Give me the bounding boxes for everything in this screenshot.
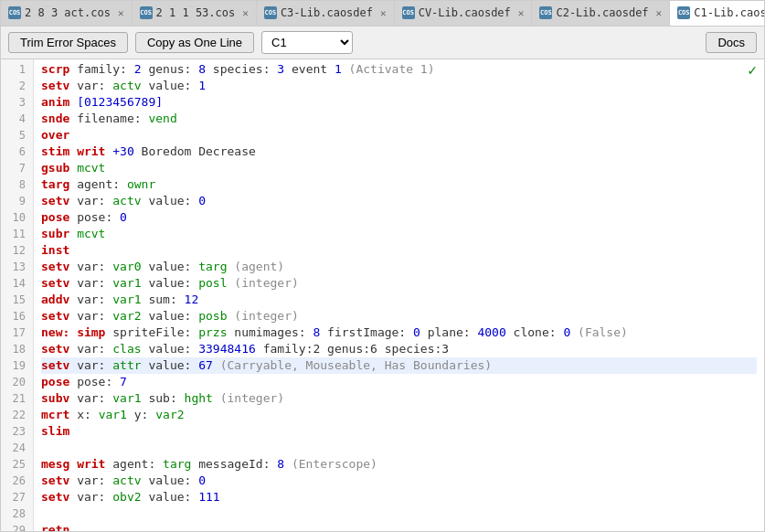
- code-line-22: mcrt x: var1 y: var2: [41, 407, 757, 423]
- line-number-9: 9: [8, 193, 26, 209]
- line-number-3: 3: [8, 94, 26, 111]
- checkmark-icon: ✓: [748, 61, 757, 79]
- code-line-7: gsub mcvt: [41, 160, 757, 176]
- code-line-1: scrp family: 2 genus: 8 species: 3 event…: [41, 61, 757, 78]
- tab-icon: COS: [140, 6, 153, 19]
- line-number-6: 6: [8, 144, 26, 160]
- line-number-19: 19: [8, 357, 26, 374]
- tab-tab4[interactable]: COSCV-Lib.caosdef✕: [395, 1, 533, 26]
- app-container: COS2 8 3 act.cos✕COS2 1 1 53.cos✕COSC3-L…: [0, 0, 765, 532]
- tab-icon: COS: [402, 6, 415, 19]
- tab-close[interactable]: ✕: [518, 7, 525, 19]
- code-line-23: slim: [41, 423, 757, 440]
- line-number-14: 14: [8, 275, 26, 292]
- line-number-4: 4: [8, 111, 26, 127]
- line-number-10: 10: [8, 209, 26, 226]
- code-line-5: over: [41, 127, 757, 144]
- line-number-1: 1: [8, 61, 26, 78]
- tab-tab5[interactable]: COSC2-Lib.caosdef✕: [532, 1, 670, 26]
- tab-tab2[interactable]: COS2 1 1 53.cos✕: [133, 1, 257, 26]
- code-line-29: retn: [41, 522, 757, 531]
- code-line-13: setv var: var0 value: targ (agent): [41, 259, 757, 275]
- dialect-select[interactable]: C1C2C3CV: [261, 31, 353, 54]
- tab-label: C3-Lib.caosdef: [281, 6, 373, 19]
- code-line-12: inst: [41, 242, 757, 259]
- code-line-14: setv var: var1 value: posl (integer): [41, 275, 757, 292]
- code-line-16: setv var: var2 value: posb (integer): [41, 308, 757, 325]
- line-number-17: 17: [8, 325, 26, 341]
- code-line-8: targ agent: ownr: [41, 176, 757, 193]
- code-line-15: addv var: var1 sum: 12: [41, 292, 757, 308]
- code-line-11: subr mcvt: [41, 226, 757, 242]
- tab-icon: COS: [539, 6, 552, 19]
- tab-label: CV-Lib.caosdef: [419, 6, 511, 19]
- line-number-23: 23: [8, 423, 26, 440]
- tab-close[interactable]: ✕: [118, 7, 124, 19]
- tab-bar: COS2 8 3 act.cos✕COS2 1 1 53.cos✕COSC3-L…: [1, 1, 764, 27]
- line-number-16: 16: [8, 308, 26, 325]
- code-line-6: stim writ +30 Boredom Decrease: [41, 144, 757, 160]
- code-line-21: subv var: var1 sub: hght (integer): [41, 390, 757, 407]
- copy-as-one-line-button[interactable]: Copy as One Line: [135, 32, 254, 53]
- tab-label: C2-Lib.caosdef: [556, 6, 648, 19]
- code-line-26: setv var: actv value: 0: [41, 473, 757, 489]
- code-line-9: setv var: actv value: 0: [41, 193, 757, 209]
- line-number-20: 20: [8, 374, 26, 390]
- code-line-28: [41, 505, 757, 522]
- tab-tab1[interactable]: COS2 8 3 act.cos✕: [1, 1, 133, 26]
- line-number-13: 13: [8, 259, 26, 275]
- code-line-2: setv var: actv value: 1: [41, 78, 757, 94]
- tab-label: C1-Lib.caosdef: [694, 6, 764, 19]
- line-number-2: 2: [8, 78, 26, 94]
- code-line-20: pose pose: 7: [41, 374, 757, 390]
- code-line-24: [41, 440, 757, 456]
- tab-label: 2 8 3 act.cos: [25, 6, 111, 19]
- code-lines: ✓ scrp family: 2 genus: 8 species: 3 eve…: [34, 59, 764, 531]
- tab-close[interactable]: ✕: [380, 7, 387, 19]
- docs-button[interactable]: Docs: [706, 32, 757, 53]
- line-number-7: 7: [8, 160, 26, 176]
- code-line-19: setv var: attr value: 67 (Carryable, Mou…: [41, 357, 757, 374]
- line-number-18: 18: [8, 341, 26, 357]
- line-number-11: 11: [8, 226, 26, 242]
- code-line-25: mesg writ agent: targ messageId: 8 (Ente…: [41, 456, 757, 473]
- tab-close[interactable]: ✕: [242, 7, 249, 19]
- tab-tab3[interactable]: COSC3-Lib.caosdef✕: [257, 1, 395, 26]
- line-number-22: 22: [8, 407, 26, 423]
- line-number-21: 21: [8, 390, 26, 407]
- code-line-3: anim [0123456789]: [41, 94, 757, 111]
- line-number-15: 15: [8, 292, 26, 308]
- code-line-27: setv var: obv2 value: 111: [41, 489, 757, 505]
- line-number-27: 27: [8, 489, 26, 505]
- line-numbers: 1234567891011121314151617181920212223242…: [1, 59, 34, 531]
- code-line-18: setv var: clas value: 33948416 family:2 …: [41, 341, 757, 357]
- tab-icon: COS: [264, 6, 277, 19]
- line-number-12: 12: [8, 242, 26, 259]
- toolbar: Trim Error Spaces Copy as One Line C1C2C…: [1, 27, 764, 59]
- line-number-26: 26: [8, 473, 26, 489]
- line-number-24: 24: [8, 440, 26, 456]
- line-number-5: 5: [8, 127, 26, 144]
- line-number-28: 28: [8, 505, 26, 522]
- tab-icon: COS: [8, 6, 21, 19]
- tab-icon: COS: [677, 6, 690, 19]
- trim-error-spaces-button[interactable]: Trim Error Spaces: [8, 32, 128, 53]
- tab-close[interactable]: ✕: [656, 7, 663, 19]
- code-container: 1234567891011121314151617181920212223242…: [1, 59, 764, 531]
- code-line-17: new: simp spriteFile: przs numimages: 8 …: [41, 325, 757, 341]
- code-line-10: pose pose: 0: [41, 209, 757, 226]
- line-number-29: 29: [8, 522, 26, 531]
- code-line-4: snde filename: vend: [41, 111, 757, 127]
- tab-label: 2 1 1 53.cos: [156, 6, 236, 19]
- line-number-25: 25: [8, 456, 26, 473]
- tab-tab6[interactable]: COSC1-Lib.caosdef✕: [670, 1, 764, 27]
- line-number-8: 8: [8, 176, 26, 193]
